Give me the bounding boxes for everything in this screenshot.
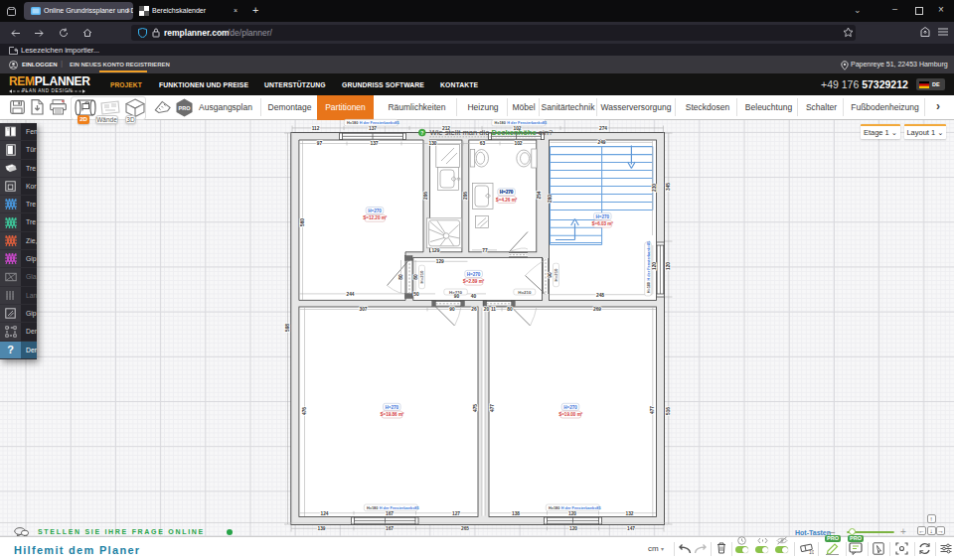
svg-text:112: 112 xyxy=(312,126,320,131)
svg-text:254: 254 xyxy=(537,191,542,199)
svg-text:S=19.86 m²: S=19.86 m² xyxy=(380,412,404,417)
svg-text:248: 248 xyxy=(596,293,604,298)
svg-text:137: 137 xyxy=(370,141,378,146)
svg-text:H=180: H=180 xyxy=(647,282,651,293)
svg-text:249: 249 xyxy=(597,140,605,145)
svg-text:H der Fensterbank=85: H der Fensterbank=85 xyxy=(647,241,651,281)
svg-text:20: 20 xyxy=(484,307,490,312)
svg-text:124: 124 xyxy=(320,511,328,516)
svg-text:130: 130 xyxy=(428,141,436,146)
svg-text:120: 120 xyxy=(652,262,657,270)
svg-text:127: 127 xyxy=(452,511,460,516)
svg-text:560: 560 xyxy=(300,218,305,226)
svg-text:598: 598 xyxy=(285,324,290,332)
svg-text:H=270: H=270 xyxy=(563,405,577,410)
svg-text:?: ? xyxy=(420,130,423,136)
svg-text:26: 26 xyxy=(471,307,477,312)
svg-text:206: 206 xyxy=(423,192,428,200)
svg-text:476: 476 xyxy=(302,407,307,415)
svg-text:206: 206 xyxy=(463,192,468,200)
svg-text:H=180: H=180 xyxy=(347,121,358,125)
svg-text:102: 102 xyxy=(514,141,522,146)
svg-text:S=4.26 m²: S=4.26 m² xyxy=(496,198,518,203)
svg-text:H=270: H=270 xyxy=(385,405,398,410)
svg-text:H=210: H=210 xyxy=(518,290,532,295)
svg-text:307: 307 xyxy=(359,307,367,312)
svg-text:S=6.03 m²: S=6.03 m² xyxy=(591,221,613,226)
svg-text:90: 90 xyxy=(454,294,460,299)
svg-text:H=270: H=270 xyxy=(500,190,514,195)
svg-text:H der Fensterbank=85: H der Fensterbank=85 xyxy=(360,121,399,125)
svg-text:H=210: H=210 xyxy=(419,270,424,284)
svg-text:80: 80 xyxy=(507,307,513,312)
svg-text:H=270: H=270 xyxy=(368,209,382,213)
svg-text:97: 97 xyxy=(317,141,323,146)
svg-text:477: 477 xyxy=(650,406,655,414)
svg-text:80: 80 xyxy=(398,274,403,280)
svg-text:274: 274 xyxy=(599,126,607,131)
svg-text:11: 11 xyxy=(491,307,496,312)
svg-text:132: 132 xyxy=(625,511,633,516)
svg-text:230: 230 xyxy=(652,184,657,192)
svg-text:80: 80 xyxy=(413,274,418,280)
svg-text:167: 167 xyxy=(386,511,394,516)
svg-text:77: 77 xyxy=(482,248,488,253)
svg-text:S=2.89 m²: S=2.89 m² xyxy=(463,279,485,284)
svg-text:40: 40 xyxy=(471,294,477,299)
svg-text:S=19.00 m²: S=19.00 m² xyxy=(558,412,583,417)
svg-text:137: 137 xyxy=(369,126,377,131)
svg-text:120: 120 xyxy=(666,262,671,270)
svg-text:H=270: H=270 xyxy=(595,214,609,219)
svg-text:H der Fensterbank=85: H der Fensterbank=85 xyxy=(507,121,547,125)
svg-text:120: 120 xyxy=(568,511,576,516)
svg-text:269: 269 xyxy=(593,307,601,312)
svg-text:S=12.20 m²: S=12.20 m² xyxy=(363,215,388,220)
svg-text:129: 129 xyxy=(431,248,439,253)
svg-text:H=180: H=180 xyxy=(367,506,378,510)
svg-text:244: 244 xyxy=(346,292,354,297)
svg-text:345: 345 xyxy=(666,183,671,191)
svg-text:63: 63 xyxy=(480,141,486,146)
svg-text:H=180: H=180 xyxy=(495,121,506,125)
svg-text:475: 475 xyxy=(473,404,478,412)
svg-text:260: 260 xyxy=(549,195,554,203)
svg-text:H der Fensterbank=85: H der Fensterbank=85 xyxy=(380,506,419,510)
svg-text:H=210: H=210 xyxy=(554,268,558,282)
svg-text:H=270: H=270 xyxy=(467,272,481,277)
svg-text:90: 90 xyxy=(548,272,553,278)
svg-text:Wie stellt man die Deckenhöhe: Wie stellt man die Deckenhöhe ein? xyxy=(430,128,554,137)
svg-text:477: 477 xyxy=(490,404,495,412)
svg-text:90: 90 xyxy=(449,307,455,312)
svg-text:H der Fensterbank=85: H der Fensterbank=85 xyxy=(561,506,601,510)
svg-text:138: 138 xyxy=(512,511,520,516)
svg-text:129: 129 xyxy=(436,259,444,264)
svg-text:516: 516 xyxy=(666,407,671,415)
svg-text:50: 50 xyxy=(413,292,419,297)
svg-text:H=180: H=180 xyxy=(549,506,559,510)
svg-text:10: 10 xyxy=(809,549,814,555)
